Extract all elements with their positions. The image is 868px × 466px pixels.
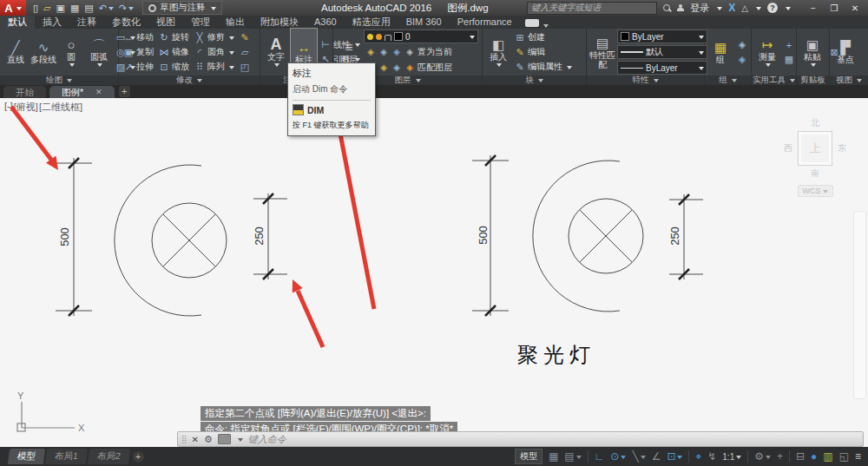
save-as-icon[interactable]: ▦ (70, 3, 79, 14)
erase-button[interactable]: ✎ (238, 30, 252, 45)
dimension-text-500-left[interactable]: 500 (58, 227, 71, 246)
drawing-canvas[interactable]: [-] [俯视] [二维线框] (0, 98, 868, 447)
file-tab-start[interactable]: 开始 (3, 86, 46, 98)
graphics-performance-icon[interactable]: ▥ (823, 450, 832, 463)
layout-tab-1[interactable]: 布局1 (45, 449, 88, 464)
workspace-gear-icon[interactable]: ⚙ (754, 450, 771, 463)
record-icon[interactable] (525, 19, 539, 27)
model-space-button[interactable]: 模型 (515, 449, 542, 464)
ribbon-tab-7[interactable]: 附加模块 (253, 16, 306, 29)
panel-label-groups[interactable]: 组 (705, 75, 751, 85)
clean-screen-icon[interactable]: ◱ (839, 450, 849, 463)
arc-button[interactable]: ⌒ 圆弧 (86, 29, 112, 75)
ribbon-tab-3[interactable]: 参数化 (104, 16, 148, 29)
viewcube[interactable]: 北 西 上 东 南 WCS (778, 117, 852, 197)
layer-dropdown[interactable]: 0 (364, 30, 478, 43)
help-icon[interactable]: ? (767, 3, 778, 13)
annotation-scale-label[interactable]: 1:1 (722, 452, 741, 462)
base-point-button[interactable]: ▛ 基点 (832, 29, 858, 75)
ungroup-button[interactable]: ◈ (735, 37, 749, 52)
ribbon-tab-0[interactable]: 默认 (0, 16, 35, 29)
drawing-label-text[interactable]: 聚光灯 (517, 344, 595, 366)
ribbon-tab-4[interactable]: 视图 (148, 16, 183, 29)
group-edit-button[interactable]: ◈ (735, 52, 749, 67)
move-button[interactable]: ↔移动 (122, 30, 155, 45)
search-icon[interactable] (663, 4, 671, 12)
sign-in-person-icon[interactable] (677, 4, 684, 12)
offset-button[interactable]: ◰ (238, 60, 252, 75)
open-file-icon[interactable]: ▱ (43, 3, 50, 14)
workspace-switcher[interactable]: 草图与注释 (142, 1, 222, 15)
plot-icon[interactable]: ▤ (84, 3, 93, 14)
ribbon-tab-5[interactable]: 管理 (183, 16, 218, 29)
autoscale-icon[interactable]: ↯ (707, 450, 716, 463)
match-properties-button[interactable]: ▤ 特性匹配 (589, 29, 615, 75)
command-input[interactable]: 键入命令 (248, 433, 286, 446)
lineweight-dropdown[interactable]: 默认 (617, 45, 707, 59)
panel-label-properties[interactable]: 特性 (587, 75, 704, 85)
viewcube-north[interactable]: 北 (778, 117, 852, 129)
ribbon-tab-2[interactable]: 注释 (69, 16, 104, 29)
stay-connected-icon[interactable]: △ (741, 3, 748, 13)
new-layout-button[interactable]: + (133, 451, 144, 463)
dimension-text-250-left[interactable]: 250 (253, 226, 266, 246)
chevron-down-icon[interactable] (717, 7, 722, 13)
create-block-button[interactable]: ⊞创建 (513, 30, 574, 45)
ribbon-tab-10[interactable]: BIM 360 (398, 16, 450, 29)
command-line-bar[interactable]: ⣿ ✕ ⚙ 键入命令 (177, 431, 864, 447)
new-tab-button[interactable]: + (119, 86, 130, 97)
match-layer-button[interactable]: ◈ ◈ ◈ ◈ 匹配图层 (364, 60, 478, 75)
scale-button[interactable]: ⊡缩放 (157, 60, 191, 75)
measure-button[interactable]: ↦ 测量 (754, 29, 780, 75)
drag-grip-icon[interactable]: ⣿ (181, 435, 187, 443)
otrack-icon[interactable]: ∠ (652, 450, 661, 463)
line-button[interactable]: ╱ 直线 (3, 29, 29, 75)
grid-icon[interactable]: ▦ (549, 450, 558, 463)
new-file-icon[interactable]: ▯ (33, 3, 38, 14)
linetype-dropdown[interactable]: ByLayer (617, 61, 707, 75)
close-command-line-icon[interactable]: ✕ (192, 435, 199, 444)
chevron-down-icon[interactable] (756, 7, 761, 13)
ribbon-tab-8[interactable]: A360 (306, 16, 345, 29)
isodraft-icon[interactable]: ╲ (632, 450, 645, 463)
paste-button[interactable]: ▣ 粘贴 (799, 29, 825, 75)
polyline-button[interactable]: ∿ 多段线 (30, 29, 56, 75)
dimension-text-250-right[interactable]: 250 (668, 226, 681, 246)
redo-icon[interactable]: ↷ (119, 3, 134, 14)
annotation-monitor-icon[interactable]: + (777, 450, 783, 463)
fillet-button[interactable]: ◜圆角 (193, 45, 236, 60)
circle-button[interactable]: ○ 圆 (58, 29, 84, 75)
array-button[interactable]: ⠿阵列 (193, 60, 236, 75)
ortho-icon[interactable]: ∟ (595, 450, 605, 463)
navigation-bar[interactable] (853, 211, 866, 399)
rotate-button[interactable]: ↻旋转 (157, 30, 191, 45)
panel-label-modify[interactable]: 修改 (119, 75, 260, 85)
osnap-icon[interactable]: ⊡ (667, 450, 682, 463)
panel-label-view[interactable]: 视图 (830, 75, 868, 85)
explode-button[interactable]: ▱ (238, 45, 252, 60)
maximize-button[interactable]: ❐ (825, 2, 844, 15)
set-current-layer-button[interactable]: ◈ ◈ ◈ ◈ 置为当前 (364, 44, 478, 59)
close-tab-icon[interactable]: ✕ (95, 86, 102, 98)
wcs-dropdown[interactable]: WCS (798, 185, 833, 197)
stretch-button[interactable]: ↗拉伸 (122, 60, 155, 75)
viewcube-cube[interactable]: 上 (798, 131, 832, 166)
copy-button[interactable]: ▣复制 (122, 45, 155, 60)
save-icon[interactable]: ▣ (56, 3, 65, 14)
viewcube-east[interactable]: 东 (838, 142, 846, 154)
search-input[interactable]: 键入关键字或短语 (527, 2, 657, 15)
panel-label-block[interactable]: 块 (483, 75, 586, 85)
text-button[interactable]: A 文字 (263, 29, 289, 75)
minimize-button[interactable]: − (804, 2, 823, 15)
exchange-apps-icon[interactable]: X (728, 2, 735, 14)
ribbon-tab-1[interactable]: 插入 (35, 16, 69, 29)
viewcube-south[interactable]: 南 (778, 167, 852, 180)
customization-icon[interactable]: ≡ (855, 450, 861, 463)
panel-label-clipboard[interactable]: 剪贴板 (797, 75, 829, 85)
ribbon-tab-11[interactable]: Performance (450, 16, 520, 29)
close-button[interactable]: ✕ (845, 2, 865, 15)
isolate-objects-icon[interactable]: ● (811, 450, 817, 463)
recent-commands-icon[interactable] (218, 434, 231, 444)
polar-tracking-icon[interactable]: ⊙ (610, 450, 626, 463)
panel-label-utilities[interactable]: 实用工具 (752, 75, 796, 85)
